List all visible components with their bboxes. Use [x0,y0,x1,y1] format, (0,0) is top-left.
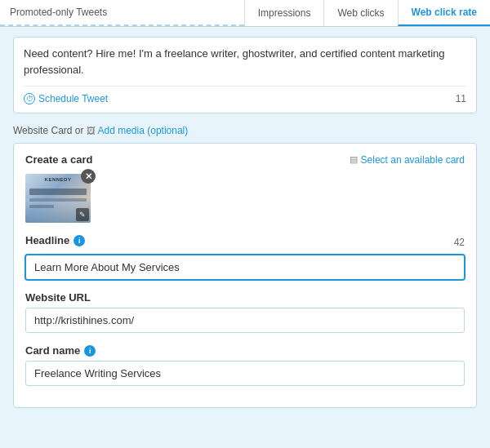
tweet-compose-box: Need content? Hire me! I'm a freelance w… [13,37,477,113]
tab-impressions[interactable]: Impressions [244,0,324,26]
tweet-footer: ⏱ Schedule Tweet 11 [24,86,466,104]
card-name-input[interactable] [25,361,465,386]
thumbnail-wrapper: KENNEDY ✕ ✎ [25,174,91,223]
card-container: Create a card ▤ Select an available card… [13,143,477,408]
website-card-section: Website Card or 🖼 Add media (optional) C… [13,125,477,408]
thumbnail-remove-button[interactable]: ✕ [81,169,96,184]
headline-info-icon[interactable]: i [74,235,85,246]
headline-label-row: Headline i 42 [25,234,465,251]
create-card-title: Create a card [25,153,92,166]
headline-input[interactable] [25,255,465,280]
section-title: Promoted-only Tweets [0,0,244,26]
url-field-group: Website URL [25,291,465,333]
thumbnail-edit-button[interactable]: ✎ [76,208,89,221]
schedule-tweet-link[interactable]: ⏱ Schedule Tweet [24,93,108,104]
tweet-text: Need content? Hire me! I'm a freelance w… [24,46,466,78]
headline-label: Headline i [25,234,85,246]
card-name-label: Card name i [25,344,465,357]
card-selector-icon: ▤ [350,154,358,165]
url-input[interactable] [25,308,465,333]
headline-char-count: 42 [454,237,465,248]
headline-field-group: Headline i 42 [25,234,465,280]
add-media-link[interactable]: Add media (optional) [98,125,189,136]
clock-icon: ⏱ [24,93,35,104]
tab-web-clicks[interactable]: Web clicks [323,0,397,26]
add-media-icon: 🖼 [87,126,96,135]
url-label: Website URL [25,291,465,304]
header-tabs: Promoted-only Tweets Impressions Web cli… [0,0,490,27]
tweet-char-count: 11 [456,93,466,104]
tab-web-click-rate[interactable]: Web click rate [398,0,490,26]
website-card-label: Website Card or 🖼 Add media (optional) [13,125,477,136]
main-content: Need content? Hire me! I'm a freelance w… [0,27,490,418]
select-card-link[interactable]: ▤ Select an available card [350,154,465,166]
card-header-row: Create a card ▤ Select an available card [25,153,465,166]
card-name-info-icon[interactable]: i [84,345,96,357]
card-name-field-group: Card name i [25,344,465,386]
